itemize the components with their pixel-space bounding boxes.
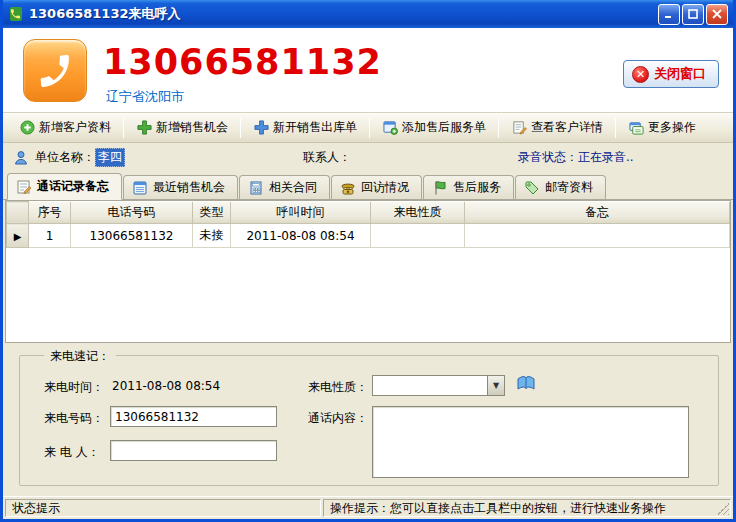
add-service-order-icon (382, 120, 398, 136)
tab-contracts[interactable]: 相关合同 (239, 175, 330, 199)
groupbox-legend: 来电速记： (44, 348, 116, 365)
call-record-table: 序号 电话号码 类型 呼叫时间 来电性质 备忘 ▶ 1 13066581132 … (5, 200, 731, 343)
quick-note-area: 来电速记： 来电时间： 2011-08-08 08:54 来电性质： ▼ 来电号… (3, 343, 733, 496)
call-time-label: 来电时间： (44, 379, 104, 396)
caller-number-label: 来电号码： (44, 410, 104, 427)
chevron-down-icon[interactable]: ▼ (487, 376, 504, 395)
infobar: 单位名称： 李四 联系人： 录音状态：正在录音.. (3, 143, 733, 172)
toolbar-separator (498, 118, 499, 138)
toolbar-view-customer-detail[interactable]: 查看客户详情 (503, 116, 611, 139)
caller-person-input[interactable] (110, 440, 277, 461)
toolbar-separator (123, 118, 124, 138)
caller-person-label: 来 电 人： (44, 444, 100, 461)
tab-label: 邮寄资料 (545, 179, 593, 196)
minimize-button[interactable] (658, 4, 680, 25)
contact-label: 联系人： (303, 149, 351, 166)
col-phone[interactable]: 电话号码 (71, 202, 193, 224)
toolbar-label: 更多操作 (648, 119, 696, 136)
tab-call-memo[interactable]: 通话记录备忘 (7, 173, 122, 200)
tab-after-sales[interactable]: 售后服务 (423, 175, 514, 199)
row-selector-cell: ▶ (7, 224, 29, 248)
row-selector-header (7, 202, 29, 224)
tab-recent-opportunities[interactable]: 最近销售机会 (123, 175, 238, 199)
tab-label: 回访情况 (361, 179, 409, 196)
unit-name-value[interactable]: 李四 (95, 148, 125, 167)
add-opportunity-icon (136, 120, 152, 136)
toolbar-label: 新开销售出库单 (273, 119, 357, 136)
close-window-button[interactable]: ✕ 关闭窗口 (623, 60, 719, 88)
person-icon (13, 150, 29, 166)
view-customer-detail-icon (511, 120, 527, 136)
col-call-time[interactable]: 呼叫时间 (231, 202, 371, 224)
mailing-icon (524, 180, 540, 196)
more-actions-icon (628, 120, 644, 136)
quick-note-groupbox: 来电速记： 来电时间： 2011-08-08 08:54 来电性质： ▼ 来电号… (19, 355, 719, 486)
incoming-call-window: 13066581132来电呼入 13066581132 辽宁省沈阳市 ✕ 关闭窗… (0, 0, 736, 522)
toolbar-separator (615, 118, 616, 138)
call-time-value: 2011-08-08 08:54 (112, 379, 220, 393)
recent-opportunity-icon (132, 180, 148, 196)
callback-icon (340, 180, 356, 196)
operation-hint-panel: 操作提示：您可以直接点击工具栏中的按钮，进行快速业务操作 (323, 499, 731, 517)
caller-number-input[interactable] (110, 406, 277, 427)
toolbar-label: 添加售后服务单 (402, 119, 486, 136)
caller-header: 13066581132 辽宁省沈阳市 ✕ 关闭窗口 (3, 28, 733, 113)
toolbar-add-customer[interactable]: 新增客户资料 (11, 116, 119, 139)
window-title: 13066581132来电呼入 (29, 5, 656, 23)
cell-nature (371, 224, 465, 248)
col-type[interactable]: 类型 (193, 202, 231, 224)
caller-location: 辽宁省沈阳市 (106, 88, 184, 106)
toolbar-more-actions[interactable]: 更多操作 (620, 116, 704, 139)
cell-phone: 13066581132 (71, 224, 193, 248)
new-outbound-order-icon (253, 120, 269, 136)
tab-label: 最近销售机会 (153, 179, 225, 196)
add-customer-icon (19, 120, 35, 136)
toolbar-add-opportunity[interactable]: 新增销售机会 (128, 116, 236, 139)
col-memo[interactable]: 备忘 (465, 202, 730, 224)
call-memo-icon (16, 179, 32, 195)
toolbar-separator (369, 118, 370, 138)
tab-label: 相关合同 (269, 179, 317, 196)
toolbar-label: 新增客户资料 (39, 119, 111, 136)
recording-status: 录音状态：正在录音.. (518, 149, 634, 166)
toolbar-add-service-order[interactable]: 添加售后服务单 (374, 116, 494, 139)
toolbar: 新增客户资料 新增销售机会 新开销售出库单 添加售后服务单 (3, 113, 733, 143)
call-nature-selected-value (373, 376, 487, 395)
operation-hint-text: 操作提示：您可以直接点击工具栏中的按钮，进行快速业务操作 (330, 500, 666, 517)
call-content-label: 通话内容： (308, 410, 368, 427)
current-row-arrow-icon: ▶ (14, 231, 22, 242)
close-button[interactable] (706, 4, 728, 25)
cell-seq: 1 (29, 224, 71, 248)
col-nature[interactable]: 来电性质 (371, 202, 465, 224)
statusbar: 状态提示 操作提示：您可以直接点击工具栏中的按钮，进行快速业务操作 (3, 496, 733, 519)
tab-callback[interactable]: 回访情况 (331, 175, 422, 199)
app-icon (8, 6, 24, 22)
status-hint-text: 状态提示 (12, 500, 60, 517)
tabstrip: 通话记录备忘 最近销售机会 相关合同 回访情况 售后服务 (3, 172, 733, 200)
tab-label: 售后服务 (453, 179, 501, 196)
cell-type: 未接 (193, 224, 231, 248)
caller-number: 13066581132 (103, 42, 382, 82)
table-header-row: 序号 电话号码 类型 呼叫时间 来电性质 备忘 (7, 202, 730, 224)
resize-grip[interactable] (717, 503, 729, 515)
tab-mailing[interactable]: 邮寄资料 (515, 175, 606, 199)
book-icon[interactable] (516, 375, 536, 393)
col-seq[interactable]: 序号 (29, 202, 71, 224)
titlebar: 13066581132来电呼入 (3, 0, 733, 28)
phone-badge-icon (23, 39, 87, 102)
status-hint-panel: 状态提示 (5, 499, 321, 517)
call-nature-select[interactable]: ▼ (372, 375, 505, 396)
close-circle-icon: ✕ (632, 66, 649, 83)
cell-call-time: 2011-08-08 08:54 (231, 224, 371, 248)
table-row[interactable]: ▶ 1 13066581132 未接 2011-08-08 08:54 (7, 224, 730, 248)
tab-label: 通话记录备忘 (37, 178, 109, 195)
cell-memo (465, 224, 730, 248)
call-content-textarea[interactable] (372, 406, 689, 478)
after-sales-icon (432, 180, 448, 196)
toolbar-label: 新增销售机会 (156, 119, 228, 136)
close-window-label: 关闭窗口 (654, 65, 706, 83)
unit-name-label: 单位名称： (35, 149, 95, 166)
contract-icon (248, 180, 264, 196)
maximize-button[interactable] (682, 4, 704, 25)
toolbar-new-outbound-order[interactable]: 新开销售出库单 (245, 116, 365, 139)
